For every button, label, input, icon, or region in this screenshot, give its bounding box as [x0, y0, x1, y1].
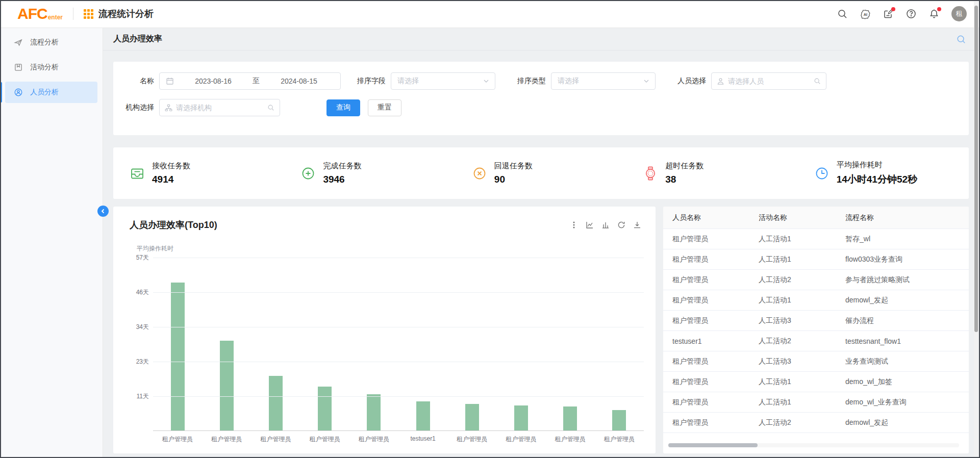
table-cell: demowl_发起: [836, 296, 969, 305]
table-cell: 人工活动3: [749, 316, 836, 325]
gridline: [153, 258, 644, 258]
table-cell: flow0303业务查询: [836, 255, 969, 264]
table-cell: 人工活动1: [749, 296, 836, 305]
bar[interactable]: [612, 410, 626, 430]
table-row[interactable]: 租户管理员人工活动1flow0303业务查询: [663, 249, 969, 270]
table-cell: 人工活动1: [749, 398, 836, 407]
date-range-picker[interactable]: 2023-08-16 至 2024-08-15: [159, 72, 341, 90]
gridline: [153, 362, 644, 362]
org-input[interactable]: [176, 104, 264, 112]
x-tick-label: 租户管理员: [300, 435, 349, 444]
vertical-scrollbar-thumb[interactable]: [974, 6, 978, 332]
bell-icon[interactable]: [928, 8, 940, 19]
stats-panel: 接收任务数 4914 完成任务数 3946 回退任务数 90 超时任务数 38: [113, 147, 969, 199]
org-label: 机构选择: [125, 103, 154, 112]
search-icon[interactable]: [267, 104, 274, 111]
toolbox-download-icon[interactable]: [633, 221, 641, 229]
person-input[interactable]: [728, 77, 810, 85]
table-cell: 人工活动3: [749, 357, 836, 366]
y-tick-label: 57天: [136, 253, 149, 262]
search-icon[interactable]: [814, 78, 821, 85]
bar[interactable]: [171, 283, 185, 430]
sidebar-menu: 流程分析活动分析人员分析: [0, 28, 103, 103]
table-row[interactable]: 租户管理员人工活动1demowl_发起: [663, 290, 969, 311]
afcenter-logo[interactable]: AFC enter: [17, 6, 63, 21]
sidebar-item-label: 流程分析: [30, 38, 59, 47]
sort-field: 排序字段 请选择: [357, 72, 495, 90]
table-row[interactable]: 租户管理员人工活动1暂存_wl: [663, 229, 969, 249]
table-cell: 人工活动2: [749, 337, 836, 346]
page-title: 人员办理效率: [113, 34, 162, 44]
sort-type-select[interactable]: 请选择: [551, 72, 656, 90]
bar[interactable]: [269, 376, 283, 430]
bar[interactable]: [563, 406, 577, 430]
query-button[interactable]: 查询: [326, 99, 360, 116]
table-row[interactable]: testuser1人工活动2testtesnant_flow1: [663, 331, 969, 351]
org-field: 机构选择: [125, 99, 280, 116]
stat-label: 完成任务数: [323, 161, 361, 171]
plus-circle-icon: [300, 166, 316, 181]
date-start[interactable]: 2023-08-16: [178, 77, 248, 85]
table-cell: 人工活动2: [749, 275, 836, 285]
sidebar-item-person[interactable]: 人员分析: [5, 82, 97, 103]
sidebar-item-label: 活动分析: [30, 63, 59, 72]
bar[interactable]: [416, 401, 430, 430]
date-range-field: 名称 2023-08-16 至 2024-08-15: [125, 72, 341, 90]
chart-title: 人员办理效率(Top10): [130, 219, 217, 231]
toolbox-dots-icon[interactable]: [570, 221, 578, 229]
bar[interactable]: [465, 404, 479, 430]
person-icon: [14, 88, 23, 97]
toolbox-bar-icon[interactable]: [601, 221, 610, 229]
horizontal-scrollbar-thumb[interactable]: [668, 443, 758, 447]
person-label: 人员选择: [677, 77, 706, 86]
y-axis-ticks: 57天46天34天23天11天: [113, 258, 149, 431]
gridline: [153, 292, 644, 293]
app-grid-icon: [84, 9, 93, 19]
memo-icon[interactable]: [883, 8, 894, 19]
filter-panel: 名称 2023-08-16 至 2024-08-15 排序字段 请选择 排序类型…: [113, 62, 969, 135]
horizontal-scrollbar: [668, 443, 959, 447]
vertical-scrollbar: [974, 2, 978, 456]
x-tick-label: 租户管理员: [202, 435, 251, 444]
table-cell: 租户管理员: [663, 357, 749, 366]
chevron-down-icon: [643, 78, 650, 85]
notification-dot: [937, 7, 941, 11]
bar[interactable]: [367, 394, 381, 430]
stat-returned: 回退任务数 90: [456, 161, 626, 185]
sort-field-select[interactable]: 请选择: [391, 72, 495, 90]
sidebar-collapse-toggle[interactable]: [97, 206, 109, 217]
ai-icon[interactable]: AI: [860, 8, 871, 19]
logo-sub: enter: [48, 14, 63, 21]
table-row[interactable]: 租户管理员人工活动2参与者跳过策略测试: [663, 270, 969, 290]
sidebar-item-activity[interactable]: 活动分析: [5, 57, 97, 78]
x-tick-label: 租户管理员: [546, 435, 595, 444]
table-row[interactable]: 租户管理员人工活动1demo_wl_业务查询: [663, 392, 969, 413]
reset-button[interactable]: 重置: [368, 99, 401, 116]
table-row[interactable]: 租户管理员人工活动2demowl_发起: [663, 413, 969, 433]
x-tick-label: 租户管理员: [447, 435, 496, 444]
notification-dot: [891, 7, 895, 11]
toolbox-line-icon[interactable]: [586, 221, 594, 229]
logo-main: AFC: [17, 6, 47, 21]
search-icon[interactable]: [837, 8, 848, 19]
bar[interactable]: [220, 341, 234, 430]
sidebar-item-process[interactable]: 流程分析: [5, 32, 97, 53]
stat-label: 接收任务数: [152, 161, 190, 171]
page-search-icon[interactable]: [957, 35, 966, 44]
sort-field-label: 排序字段: [357, 77, 386, 86]
help-icon[interactable]: [906, 8, 917, 19]
bar[interactable]: [514, 405, 528, 430]
date-end[interactable]: 2024-08-15: [264, 77, 334, 85]
toolbox-restore-icon[interactable]: [617, 221, 625, 229]
chevron-down-icon: [483, 78, 490, 85]
gridline: [153, 396, 644, 397]
table-row[interactable]: 租户管理员人工活动3业务查询测试: [663, 351, 969, 372]
table-cell: 人工活动2: [749, 418, 836, 427]
stat-avg-time: 平均操作耗时 14小时41分钟52秒: [798, 160, 969, 186]
bar[interactable]: [318, 387, 332, 430]
table-row[interactable]: 租户管理员人工活动1demo_wl_加签: [663, 372, 969, 392]
person-field: 人员选择: [677, 72, 826, 90]
table-row[interactable]: 租户管理员人工活动3催办流程: [663, 311, 969, 331]
avatar[interactable]: 租: [951, 6, 967, 21]
calendar-icon: [166, 77, 174, 85]
